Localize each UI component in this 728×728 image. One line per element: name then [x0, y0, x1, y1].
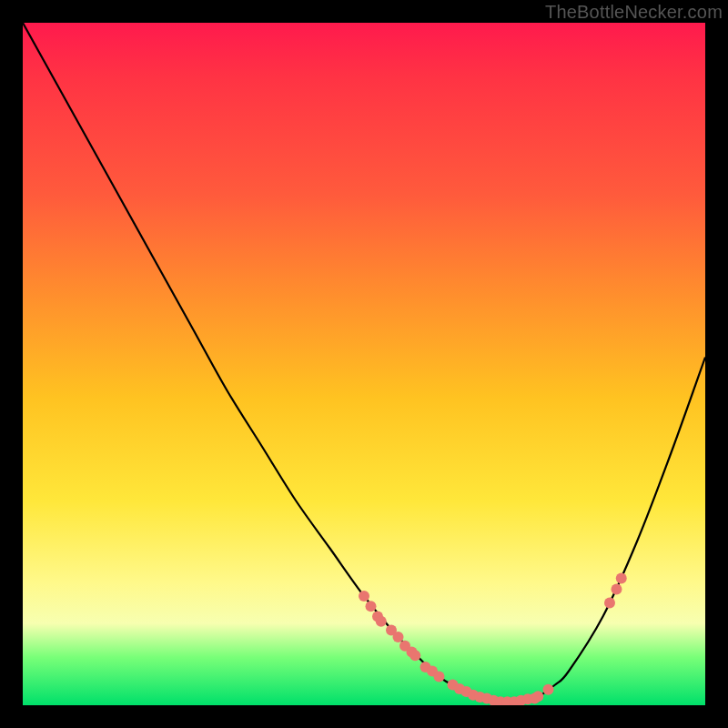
curve-marker [410, 650, 420, 661]
chart-stage: TheBottleNecker.com [0, 0, 728, 728]
curve-marker [604, 598, 615, 609]
curve-marker [543, 684, 554, 695]
watermark-text: TheBottleNecker.com [545, 2, 723, 23]
curve-layer [23, 23, 705, 705]
curve-marker [393, 632, 404, 642]
plot-area [23, 23, 705, 705]
curve-marker [612, 584, 622, 595]
curve-marker [434, 672, 445, 682]
curve-marker [616, 573, 627, 584]
curve-marker [366, 601, 377, 612]
curve-marker [376, 616, 387, 627]
curve-marker [532, 691, 543, 702]
curve-markers [359, 573, 627, 706]
curve-marker [359, 591, 369, 602]
